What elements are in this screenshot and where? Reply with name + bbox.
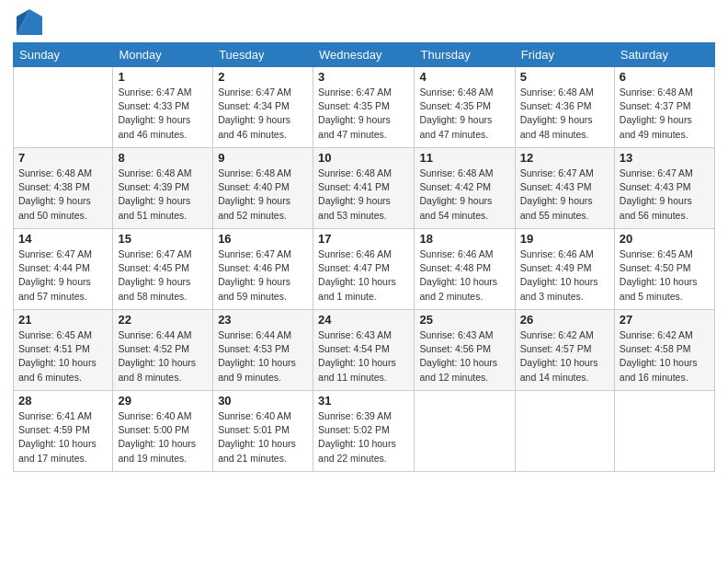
day-info: Sunrise: 6:48 AMSunset: 4:37 PMDaylight:… — [620, 86, 710, 142]
calendar-cell — [614, 391, 714, 472]
weekday-header-saturday: Saturday — [614, 43, 714, 67]
day-number: 11 — [419, 151, 509, 165]
day-info: Sunrise: 6:40 AMSunset: 5:00 PMDaylight:… — [118, 409, 208, 465]
day-info: Sunrise: 6:41 AMSunset: 4:59 PMDaylight:… — [18, 409, 108, 465]
calendar-cell: 15Sunrise: 6:47 AMSunset: 4:45 PMDayligh… — [113, 229, 213, 310]
logo — [13, 9, 42, 35]
calendar-cell: 23Sunrise: 6:44 AMSunset: 4:53 PMDayligh… — [213, 310, 313, 391]
week-row-1: 1Sunrise: 6:47 AMSunset: 4:33 PMDaylight… — [14, 67, 715, 148]
calendar-cell: 9Sunrise: 6:48 AMSunset: 4:40 PMDaylight… — [213, 148, 313, 229]
day-info: Sunrise: 6:47 AMSunset: 4:45 PMDaylight:… — [118, 247, 208, 304]
day-info: Sunrise: 6:48 AMSunset: 4:38 PMDaylight:… — [18, 167, 108, 223]
weekday-header-tuesday: Tuesday — [213, 43, 313, 67]
calendar-cell: 27Sunrise: 6:42 AMSunset: 4:58 PMDayligh… — [614, 310, 714, 391]
calendar-cell: 29Sunrise: 6:40 AMSunset: 5:00 PMDayligh… — [113, 391, 213, 472]
day-number: 20 — [620, 232, 710, 246]
day-number: 23 — [218, 313, 308, 327]
weekday-header-row: SundayMondayTuesdayWednesdayThursdayFrid… — [14, 43, 715, 67]
day-info: Sunrise: 6:45 AMSunset: 4:51 PMDaylight:… — [18, 328, 108, 385]
day-number: 6 — [620, 70, 710, 84]
day-number: 14 — [18, 232, 108, 246]
day-number: 19 — [520, 232, 609, 246]
header — [13, 9, 715, 35]
day-info: Sunrise: 6:44 AMSunset: 4:53 PMDaylight:… — [218, 328, 308, 385]
day-number: 15 — [118, 232, 208, 246]
calendar-cell: 5Sunrise: 6:48 AMSunset: 4:36 PMDaylight… — [515, 67, 614, 148]
day-info: Sunrise: 6:42 AMSunset: 4:57 PMDaylight:… — [520, 328, 609, 385]
day-number: 4 — [419, 70, 509, 84]
day-info: Sunrise: 6:39 AMSunset: 5:02 PMDaylight:… — [318, 409, 409, 465]
calendar-cell: 13Sunrise: 6:47 AMSunset: 4:43 PMDayligh… — [614, 148, 714, 229]
day-number: 21 — [18, 313, 108, 327]
day-info: Sunrise: 6:47 AMSunset: 4:35 PMDaylight:… — [318, 86, 409, 142]
day-info: Sunrise: 6:48 AMSunset: 4:39 PMDaylight:… — [118, 167, 208, 223]
day-info: Sunrise: 6:48 AMSunset: 4:41 PMDaylight:… — [318, 167, 409, 223]
calendar-cell: 30Sunrise: 6:40 AMSunset: 5:01 PMDayligh… — [213, 391, 313, 472]
day-number: 22 — [118, 313, 208, 327]
calendar-cell: 10Sunrise: 6:48 AMSunset: 4:41 PMDayligh… — [313, 148, 415, 229]
day-number: 16 — [218, 232, 308, 246]
day-info: Sunrise: 6:46 AMSunset: 4:49 PMDaylight:… — [520, 247, 609, 304]
day-info: Sunrise: 6:48 AMSunset: 4:36 PMDaylight:… — [520, 86, 609, 142]
day-info: Sunrise: 6:46 AMSunset: 4:48 PMDaylight:… — [419, 247, 509, 304]
day-number: 1 — [118, 70, 208, 84]
weekday-header-wednesday: Wednesday — [313, 43, 415, 67]
day-number: 5 — [520, 70, 609, 84]
calendar-cell: 20Sunrise: 6:45 AMSunset: 4:50 PMDayligh… — [614, 229, 714, 310]
calendar-cell: 21Sunrise: 6:45 AMSunset: 4:51 PMDayligh… — [14, 310, 113, 391]
day-info: Sunrise: 6:48 AMSunset: 4:42 PMDaylight:… — [419, 167, 509, 223]
weekday-header-thursday: Thursday — [415, 43, 515, 67]
day-number: 10 — [318, 151, 409, 165]
calendar-cell: 24Sunrise: 6:43 AMSunset: 4:54 PMDayligh… — [313, 310, 415, 391]
day-number: 7 — [18, 151, 108, 165]
day-number: 8 — [118, 151, 208, 165]
calendar-cell: 11Sunrise: 6:48 AMSunset: 4:42 PMDayligh… — [415, 148, 515, 229]
day-info: Sunrise: 6:47 AMSunset: 4:43 PMDaylight:… — [520, 167, 609, 223]
day-number: 29 — [118, 394, 208, 408]
calendar-cell: 18Sunrise: 6:46 AMSunset: 4:48 PMDayligh… — [415, 229, 515, 310]
day-info: Sunrise: 6:44 AMSunset: 4:52 PMDaylight:… — [118, 328, 208, 385]
calendar-cell: 22Sunrise: 6:44 AMSunset: 4:52 PMDayligh… — [113, 310, 213, 391]
day-info: Sunrise: 6:47 AMSunset: 4:43 PMDaylight:… — [620, 167, 710, 223]
week-row-3: 14Sunrise: 6:47 AMSunset: 4:44 PMDayligh… — [14, 229, 715, 310]
day-number: 24 — [318, 313, 409, 327]
day-number: 2 — [218, 70, 308, 84]
day-number: 13 — [620, 151, 710, 165]
calendar-cell: 26Sunrise: 6:42 AMSunset: 4:57 PMDayligh… — [515, 310, 614, 391]
calendar-cell: 16Sunrise: 6:47 AMSunset: 4:46 PMDayligh… — [213, 229, 313, 310]
day-info: Sunrise: 6:42 AMSunset: 4:58 PMDaylight:… — [620, 328, 710, 385]
day-number: 27 — [620, 313, 710, 327]
day-info: Sunrise: 6:48 AMSunset: 4:40 PMDaylight:… — [218, 167, 308, 223]
week-row-2: 7Sunrise: 6:48 AMSunset: 4:38 PMDaylight… — [14, 148, 715, 229]
day-info: Sunrise: 6:46 AMSunset: 4:47 PMDaylight:… — [318, 247, 409, 304]
week-row-5: 28Sunrise: 6:41 AMSunset: 4:59 PMDayligh… — [14, 391, 715, 472]
calendar-table: SundayMondayTuesdayWednesdayThursdayFrid… — [13, 42, 715, 472]
calendar-cell: 14Sunrise: 6:47 AMSunset: 4:44 PMDayligh… — [14, 229, 113, 310]
week-row-4: 21Sunrise: 6:45 AMSunset: 4:51 PMDayligh… — [14, 310, 715, 391]
calendar-cell: 2Sunrise: 6:47 AMSunset: 4:34 PMDaylight… — [213, 67, 313, 148]
day-number: 12 — [520, 151, 609, 165]
calendar-cell: 25Sunrise: 6:43 AMSunset: 4:56 PMDayligh… — [415, 310, 515, 391]
calendar-cell: 6Sunrise: 6:48 AMSunset: 4:37 PMDaylight… — [614, 67, 714, 148]
day-info: Sunrise: 6:47 AMSunset: 4:33 PMDaylight:… — [118, 86, 208, 142]
day-number: 25 — [419, 313, 509, 327]
weekday-header-monday: Monday — [113, 43, 213, 67]
weekday-header-sunday: Sunday — [14, 43, 113, 67]
day-number: 9 — [218, 151, 308, 165]
day-info: Sunrise: 6:47 AMSunset: 4:44 PMDaylight:… — [18, 247, 108, 304]
day-info: Sunrise: 6:43 AMSunset: 4:56 PMDaylight:… — [419, 328, 509, 385]
day-number: 3 — [318, 70, 409, 84]
calendar-cell — [415, 391, 515, 472]
calendar-cell: 4Sunrise: 6:48 AMSunset: 4:35 PMDaylight… — [415, 67, 515, 148]
day-info: Sunrise: 6:45 AMSunset: 4:50 PMDaylight:… — [620, 247, 710, 304]
day-number: 17 — [318, 232, 409, 246]
day-number: 18 — [419, 232, 509, 246]
calendar-cell: 3Sunrise: 6:47 AMSunset: 4:35 PMDaylight… — [313, 67, 415, 148]
day-number: 26 — [520, 313, 609, 327]
calendar-cell: 17Sunrise: 6:46 AMSunset: 4:47 PMDayligh… — [313, 229, 415, 310]
calendar-cell: 28Sunrise: 6:41 AMSunset: 4:59 PMDayligh… — [14, 391, 113, 472]
day-info: Sunrise: 6:43 AMSunset: 4:54 PMDaylight:… — [318, 328, 409, 385]
day-number: 28 — [18, 394, 108, 408]
calendar-cell: 12Sunrise: 6:47 AMSunset: 4:43 PMDayligh… — [515, 148, 614, 229]
page-container: SundayMondayTuesdayWednesdayThursdayFrid… — [0, 0, 728, 481]
